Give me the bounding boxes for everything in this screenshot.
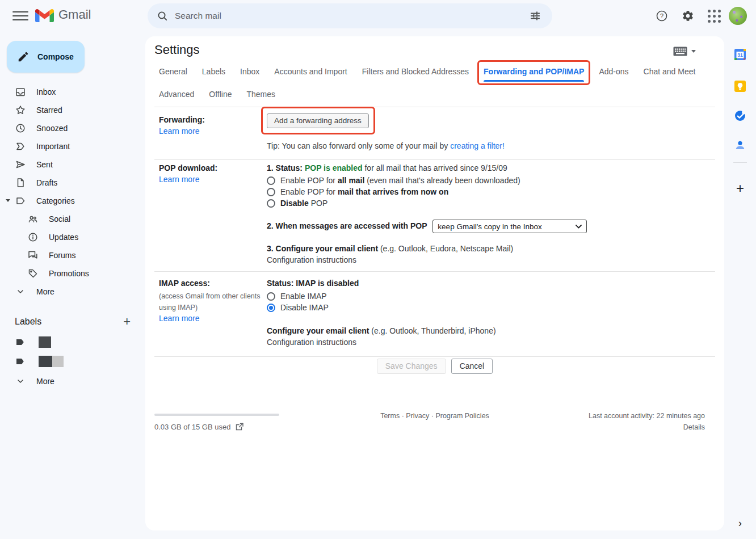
- privacy-link[interactable]: Privacy: [406, 412, 429, 420]
- last-account-activity: Last account activity: 22 minutes ago: [589, 412, 705, 420]
- gmail-settings-page: { "brand": { "name": "Gmail" }, "topbar"…: [0, 0, 756, 539]
- details-link[interactable]: Details: [683, 423, 705, 431]
- tab-chat-and-meet[interactable]: Chat and Meet: [644, 67, 696, 76]
- svg-text:?: ?: [660, 12, 663, 19]
- sidebar-item-categories[interactable]: Categories: [0, 192, 145, 210]
- settings-tabs-row-2: Advanced Offline Themes: [159, 90, 275, 99]
- pop-section-label: POP download:: [159, 163, 217, 172]
- side-panel-collapse-icon[interactable]: ›: [732, 515, 748, 531]
- help-icon[interactable]: ?: [650, 5, 673, 27]
- tab-inbox[interactable]: Inbox: [240, 67, 259, 76]
- labels-heading: Labels: [15, 317, 41, 327]
- input-tools-icon: [673, 47, 687, 56]
- pop-option-disable[interactable]: Disable POP: [267, 197, 520, 209]
- user-avatar[interactable]: [729, 7, 747, 25]
- redacted-label-name: [39, 336, 51, 348]
- search-input[interactable]: Search mail: [175, 11, 524, 21]
- save-changes-button[interactable]: Save Changes: [377, 359, 446, 374]
- create-label-button[interactable]: +: [123, 315, 131, 328]
- settings-panel: Settings General Labels Inbox Accounts a…: [145, 36, 724, 530]
- radio-button[interactable]: [267, 188, 275, 196]
- get-add-ons-button[interactable]: +: [729, 177, 751, 200]
- gmail-logo[interactable]: Gmail: [35, 7, 91, 22]
- user-label-2[interactable]: [0, 352, 64, 371]
- search-bar[interactable]: Search mail: [148, 3, 552, 28]
- search-options-icon[interactable]: [524, 5, 547, 27]
- tab-filters-and-blocked-addresses[interactable]: Filters and Blocked Addresses: [362, 67, 469, 76]
- left-sidebar: Compose Inbox Starred Snoozed Important …: [0, 32, 145, 539]
- settings-tabs-row-1: General Labels Inbox Accounts and Import…: [159, 67, 695, 76]
- compose-button[interactable]: Compose: [7, 41, 85, 73]
- sidebar-item-starred[interactable]: Starred: [0, 101, 145, 119]
- pop-status-value: POP is enabled: [305, 163, 363, 172]
- sidebar-item-inbox[interactable]: Inbox: [0, 83, 145, 101]
- tab-add-ons[interactable]: Add-ons: [599, 67, 628, 76]
- pop-option-all-mail[interactable]: Enable POP for all mail (even mail that'…: [267, 175, 520, 186]
- settings-gear-icon[interactable]: [677, 5, 699, 27]
- sidebar-item-important[interactable]: Important: [0, 137, 145, 155]
- radio-button[interactable]: [267, 176, 275, 185]
- sidebar-item-snoozed[interactable]: Snoozed: [0, 119, 145, 137]
- imap-section-label: IMAP access:: [159, 279, 210, 288]
- side-panel-divider: [733, 162, 747, 163]
- tag-icon: [27, 268, 39, 279]
- draft-icon: [15, 177, 26, 188]
- clock-icon: [15, 123, 26, 134]
- radio-button[interactable]: [267, 304, 275, 312]
- imap-option-enable[interactable]: Enable IMAP: [267, 290, 329, 302]
- sidebar-item-forums[interactable]: Forums: [0, 246, 145, 264]
- user-label-1[interactable]: [0, 332, 51, 352]
- tab-accounts-and-import[interactable]: Accounts and Import: [274, 67, 347, 76]
- people-icon: [27, 213, 39, 225]
- search-icon[interactable]: [157, 10, 168, 22]
- redacted-label-name: [39, 356, 52, 367]
- contacts-icon[interactable]: [729, 134, 751, 157]
- pop-learn-more-link[interactable]: Learn more: [159, 175, 200, 184]
- forwarding-learn-more-link[interactable]: Learn more: [159, 127, 200, 136]
- imap-option-disable[interactable]: Disable IMAP: [267, 302, 329, 313]
- terms-link[interactable]: Terms: [380, 412, 400, 420]
- imap-configuration-instructions-link[interactable]: Configuration instructions: [267, 338, 356, 347]
- chevron-down-icon: [691, 50, 696, 53]
- pop-action-select[interactable]: keep Gmail's copy in the Inbox: [432, 220, 587, 233]
- tab-offline[interactable]: Offline: [209, 90, 232, 99]
- tab-advanced[interactable]: Advanced: [159, 90, 194, 99]
- external-link-icon[interactable]: [235, 422, 244, 431]
- sidebar-item-more[interactable]: More: [0, 283, 145, 301]
- pop-status-line: 1. Status: POP is enabled for all mail t…: [267, 163, 507, 172]
- radio-button[interactable]: [267, 199, 275, 208]
- pop-step2-row: 2. When messages are accessed with POP k…: [267, 220, 587, 233]
- sidebar-item-social[interactable]: Social: [0, 210, 145, 228]
- storage-info: 0.03 GB of 15 GB used: [154, 422, 244, 431]
- pop-option-from-now-on[interactable]: Enable POP for mail that arrives from no…: [267, 186, 520, 197]
- sidebar-item-promotions[interactable]: Promotions: [0, 264, 145, 283]
- labels-more-button[interactable]: More: [0, 372, 145, 390]
- keep-icon[interactable]: [729, 75, 751, 98]
- main-menu-icon[interactable]: [12, 9, 28, 23]
- creating-a-filter-link[interactable]: creating a filter!: [450, 141, 505, 150]
- forwarding-tip: Tip: You can also forward only some of y…: [267, 141, 505, 150]
- sidebar-item-sent[interactable]: Sent: [0, 155, 145, 174]
- tab-themes[interactable]: Themes: [247, 90, 276, 99]
- collapse-caret-icon[interactable]: [6, 199, 10, 202]
- tab-forwarding-and-pop-imap[interactable]: Forwarding and POP/IMAP: [484, 67, 584, 76]
- imap-learn-more-link[interactable]: Learn more: [159, 314, 200, 323]
- chevron-down-icon: [576, 225, 582, 229]
- tasks-icon[interactable]: [729, 104, 751, 127]
- active-tab-underline: [484, 80, 584, 82]
- calendar-icon[interactable]: 31: [729, 43, 751, 66]
- input-tools-button[interactable]: [673, 47, 696, 56]
- svg-text:31: 31: [737, 52, 743, 58]
- redacted-label-name: [52, 356, 64, 367]
- radio-button[interactable]: [267, 292, 275, 301]
- gmail-m-icon: [35, 8, 54, 22]
- sidebar-item-drafts[interactable]: Drafts: [0, 174, 145, 192]
- pop-configuration-instructions-link[interactable]: Configuration instructions: [267, 255, 356, 264]
- add-forwarding-address-button[interactable]: Add a forwarding address: [267, 113, 369, 128]
- tab-labels[interactable]: Labels: [202, 67, 225, 76]
- program-policies-link[interactable]: Program Policies: [435, 412, 489, 420]
- cancel-button[interactable]: Cancel: [451, 359, 493, 374]
- tab-general[interactable]: General: [159, 67, 187, 76]
- sidebar-item-updates[interactable]: Updates: [0, 228, 145, 246]
- google-apps-icon[interactable]: [703, 5, 725, 27]
